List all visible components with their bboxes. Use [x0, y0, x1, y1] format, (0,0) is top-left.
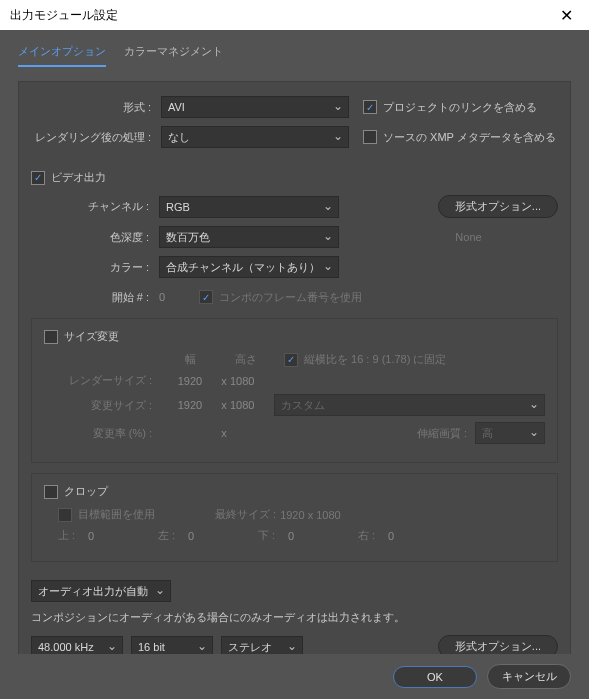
audio-depth-select[interactable]: 16 bit — [131, 636, 213, 655]
lock-aspect-label: 縦横比を 16 : 9 (1.78) に固定 — [304, 352, 446, 367]
crop-top-value: 0 — [88, 530, 158, 542]
depth-select[interactable]: 数百万色 — [159, 226, 339, 248]
crop-top-label: 上 : — [58, 528, 88, 543]
audio-rate-select[interactable]: 48.000 kHz — [31, 636, 123, 655]
dialog-footer: OK キャンセル — [0, 654, 589, 699]
use-roi-label: 目標範囲を使用 — [78, 507, 155, 522]
tabs: メインオプション カラーマネジメント — [18, 44, 571, 67]
include-xmp-label: ソースの XMP メタデータを含める — [383, 130, 556, 145]
final-size-value: 1920 x 1080 — [280, 509, 341, 521]
width-header: 幅 — [162, 352, 218, 367]
ok-button[interactable]: OK — [393, 666, 477, 688]
include-project-link-checkbox[interactable]: プロジェクトのリンクを含める — [363, 100, 537, 115]
crop-left-value: 0 — [188, 530, 258, 542]
color-label: カラー : — [31, 260, 159, 275]
post-render-select[interactable]: なし — [161, 126, 349, 148]
check-icon — [31, 171, 45, 185]
height-header: 高さ — [218, 352, 274, 367]
resize-height: 1080 — [230, 399, 274, 411]
lock-aspect-checkbox: 縦横比を 16 : 9 (1.78) に固定 — [284, 352, 446, 367]
video-format-options-button[interactable]: 形式オプション... — [438, 195, 558, 218]
include-xmp-checkbox[interactable]: ソースの XMP メタデータを含める — [363, 130, 556, 145]
channel-label: チャンネル : — [31, 199, 159, 214]
video-output-checkbox[interactable]: ビデオ出力 — [31, 170, 558, 185]
video-output-label: ビデオ出力 — [51, 170, 106, 185]
titlebar: 出力モジュール設定 ✕ — [0, 0, 589, 30]
check-icon — [363, 100, 377, 114]
render-height: 1080 — [230, 375, 274, 387]
color-select[interactable]: 合成チャンネル（マットあり） — [159, 256, 339, 278]
checkbox-icon — [44, 485, 58, 499]
channel-select[interactable]: RGB — [159, 196, 339, 218]
render-size-label: レンダーサイズ : — [44, 373, 162, 388]
resize-preset-select: カスタム — [274, 394, 545, 416]
crop-right-label: 右 : — [358, 528, 388, 543]
format-label: 形式 : — [31, 100, 161, 115]
crop-group: クロップ 目標範囲を使用 最終サイズ : 1920 x 1080 上 : 0 左… — [31, 473, 558, 562]
start-number-value: 0 — [159, 291, 199, 303]
tab-main-options[interactable]: メインオプション — [18, 44, 106, 67]
checkbox-icon — [58, 508, 72, 522]
crop-bottom-value: 0 — [288, 530, 358, 542]
tab-color-management[interactable]: カラーマネジメント — [124, 44, 223, 67]
resize-to-label: 変更サイズ : — [44, 398, 162, 413]
depth-label: 色深度 : — [31, 230, 159, 245]
dialog-content: メインオプション カラーマネジメント 形式 : AVI プロジェクトのリンクを含… — [0, 30, 589, 654]
crop-right-value: 0 — [388, 530, 394, 542]
checkbox-icon — [44, 330, 58, 344]
codec-info: None — [455, 231, 481, 243]
resize-checkbox[interactable]: サイズ変更 — [44, 329, 119, 344]
format-select[interactable]: AVI — [161, 96, 349, 118]
check-icon — [284, 353, 298, 367]
close-icon[interactable]: ✕ — [554, 6, 579, 25]
use-comp-frame-label: コンポのフレーム番号を使用 — [219, 290, 362, 305]
crop-bottom-label: 下 : — [258, 528, 288, 543]
use-roi-checkbox: 目標範囲を使用 — [58, 507, 155, 522]
start-number-label: 開始 # : — [31, 290, 159, 305]
use-comp-frame-checkbox: コンポのフレーム番号を使用 — [199, 290, 362, 305]
audio-note: コンポジションにオーディオがある場合にのみオーディオは出力されます。 — [31, 610, 558, 625]
resize-group: サイズ変更 幅 高さ 縦横比を 16 : 9 (1.78) に固定 レンダーサイ… — [31, 318, 558, 463]
post-render-label: レンダリング後の処理 : — [31, 130, 161, 145]
crop-title: クロップ — [64, 484, 108, 499]
stretch-quality-label: 伸縮画質 : — [417, 426, 467, 441]
crop-checkbox[interactable]: クロップ — [44, 484, 108, 499]
cancel-button[interactable]: キャンセル — [487, 664, 571, 689]
checkbox-icon — [363, 130, 377, 144]
stretch-quality-select: 高 — [475, 422, 545, 444]
final-size-label: 最終サイズ : — [215, 507, 276, 522]
resize-width: 1920 — [162, 399, 218, 411]
render-width: 1920 — [162, 375, 218, 387]
main-panel: 形式 : AVI プロジェクトのリンクを含める レンダリング後の処理 : なし … — [18, 81, 571, 654]
audio-channels-select[interactable]: ステレオ — [221, 636, 303, 655]
window-title: 出力モジュール設定 — [10, 7, 118, 24]
resize-title: サイズ変更 — [64, 329, 119, 344]
crop-left-label: 左 : — [158, 528, 188, 543]
audio-format-options-button[interactable]: 形式オプション... — [438, 635, 558, 654]
include-project-link-label: プロジェクトのリンクを含める — [383, 100, 537, 115]
check-icon — [199, 290, 213, 304]
audio-output-mode-select[interactable]: オーディオ出力が自動 — [31, 580, 171, 602]
resize-pct-label: 変更率 (%) : — [44, 426, 162, 441]
